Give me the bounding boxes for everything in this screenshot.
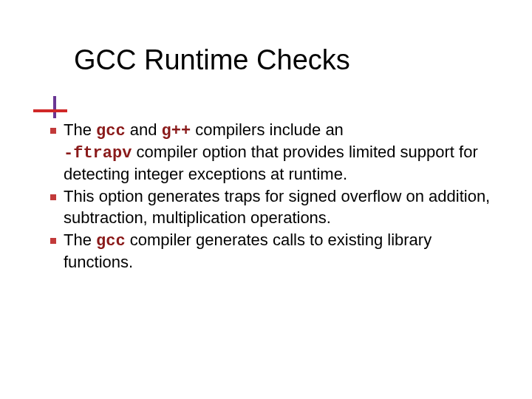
bullet-text: and — [126, 120, 162, 139]
title-block: GCC Runtime Checks — [44, 44, 350, 76]
accent-horizontal — [33, 109, 67, 112]
bullet-text: The — [64, 120, 96, 139]
slide: GCC Runtime Checks The gcc and g++ compi… — [0, 0, 532, 399]
bullet-text: This option generates traps for signed o… — [64, 187, 490, 226]
bullet-item: The gcc compiler generates calls to exis… — [50, 230, 502, 273]
code-span: g++ — [162, 122, 191, 140]
slide-body: The gcc and g++ compilers include an -ft… — [50, 120, 502, 274]
code-span: gcc — [96, 122, 126, 140]
code-span: gcc — [96, 232, 126, 250]
accent-vertical — [53, 96, 56, 118]
bullet-item: The gcc and g++ compilers include an -ft… — [50, 120, 502, 185]
code-span: -ftrapv — [64, 144, 132, 163]
slide-title: GCC Runtime Checks — [74, 44, 350, 76]
bullet-text: compilers include an — [191, 120, 344, 139]
bullet-item: This option generates traps for signed o… — [50, 186, 502, 228]
bullet-text: The — [64, 231, 96, 249]
